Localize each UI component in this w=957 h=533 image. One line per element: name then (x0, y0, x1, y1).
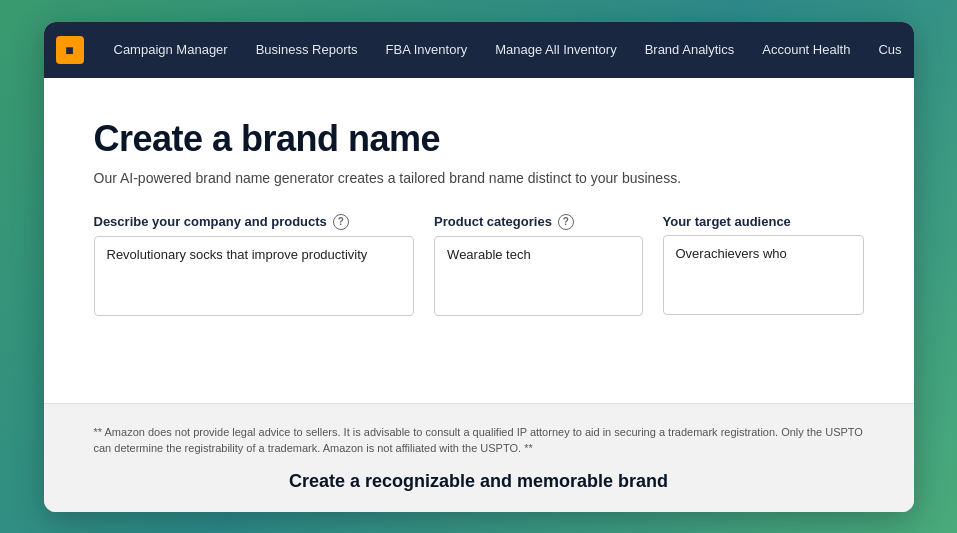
target-audience-field: Your target audience (663, 214, 864, 315)
logo-icon: ■ (65, 42, 73, 58)
disclaimer-text: ** Amazon does not provide legal advice … (94, 424, 864, 457)
nav-item-custom[interactable]: Custom (864, 34, 901, 65)
target-audience-label: Your target audience (663, 214, 864, 229)
amazon-logo[interactable]: ■ (56, 36, 84, 64)
nav-item-business-reports[interactable]: Business Reports (242, 34, 372, 65)
nav-item-brand-analytics[interactable]: Brand Analytics (631, 34, 749, 65)
describe-company-field: Describe your company and products ? (94, 214, 415, 316)
nav-item-campaign-manager[interactable]: Campaign Manager (100, 34, 242, 65)
describe-company-label: Describe your company and products ? (94, 214, 415, 230)
main-content: Create a brand name Our AI-powered brand… (44, 78, 914, 512)
nav-items-list: Campaign Manager Business Reports FBA In… (100, 34, 902, 65)
product-categories-help-icon[interactable]: ? (558, 214, 574, 230)
navigation-bar: ■ Campaign Manager Business Reports FBA … (44, 22, 914, 78)
bottom-cta-text: Create a recognizable and memorable bran… (94, 471, 864, 492)
bottom-section: ** Amazon does not provide legal advice … (44, 403, 914, 512)
app-window: ■ Campaign Manager Business Reports FBA … (44, 22, 914, 512)
describe-company-help-icon[interactable]: ? (333, 214, 349, 230)
product-categories-input[interactable] (434, 236, 642, 316)
product-categories-field: Product categories ? (434, 214, 642, 316)
page-title: Create a brand name (94, 118, 864, 160)
form-row: Describe your company and products ? Pro… (94, 214, 864, 316)
nav-item-fba-inventory[interactable]: FBA Inventory (372, 34, 482, 65)
describe-company-input[interactable] (94, 236, 415, 316)
page-subtitle: Our AI-powered brand name generator crea… (94, 170, 864, 186)
nav-item-account-health[interactable]: Account Health (748, 34, 864, 65)
target-audience-input[interactable] (663, 235, 864, 315)
top-section: Create a brand name Our AI-powered brand… (44, 78, 914, 403)
product-categories-label: Product categories ? (434, 214, 642, 230)
nav-item-manage-all-inventory[interactable]: Manage All Inventory (481, 34, 630, 65)
